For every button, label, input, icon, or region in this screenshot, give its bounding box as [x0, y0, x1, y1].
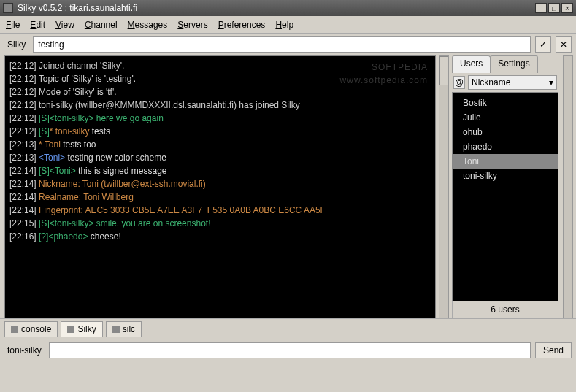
nick-item[interactable]: Bostik — [453, 96, 558, 110]
console-icon — [11, 326, 18, 333]
watermark: SOFTPEDIA www.softpedia.com — [340, 61, 428, 87]
chat-line: [22:13] * Toni tests too — [9, 138, 431, 151]
sort-dropdown[interactable]: Nickname ▾ — [468, 75, 557, 90]
channel-tab-silc[interactable]: silc — [106, 321, 142, 337]
input-nick-label: toni-silky — [4, 345, 45, 356]
topic-row: Silky ✓ ✕ — [0, 34, 576, 55]
nick-item[interactable]: phaedo — [453, 139, 558, 154]
chat-line: [22:14] [S]<Toni> this is signed message — [9, 164, 431, 177]
topic-cancel-button[interactable]: ✕ — [556, 36, 572, 53]
sort-mode-button[interactable]: @ — [453, 76, 465, 89]
scrollbar-thumb[interactable] — [439, 56, 448, 85]
chat-scrollbar[interactable] — [439, 55, 449, 318]
topic-label: Silky — [4, 39, 28, 50]
menubar: File Edit View Channel Messages Servers … — [0, 16, 576, 34]
user-count: 6 users — [452, 301, 558, 318]
nick-item[interactable]: ohub — [453, 125, 558, 139]
menu-help[interactable]: Help — [275, 20, 293, 30]
channel-tab-console[interactable]: console — [4, 321, 58, 337]
channel-tab-bar: console Silky silc — [0, 318, 576, 339]
close-icon: ✕ — [560, 39, 567, 50]
chat-line: [22:15] [S]<toni-silky> smile, you are o… — [9, 217, 431, 230]
chat-line: [22:14] Fingerprint: AEC5 3033 CB5E A7EE… — [9, 204, 431, 217]
chat-line: [22:12] toni-silky (twillber@KMMMDXXXII.… — [9, 99, 431, 112]
channel-icon — [112, 326, 120, 333]
menu-messages[interactable]: Messages — [128, 20, 168, 30]
window-title: Silky v0.5.2 : tikari.saunalahti.fi — [18, 3, 535, 13]
channel-tab-silky[interactable]: Silky — [61, 321, 102, 337]
app-icon — [3, 3, 13, 13]
status-bar — [0, 361, 576, 375]
tab-users[interactable]: Users — [452, 55, 491, 73]
chat-line: [22:16] [?]<phaedo> cheese! — [9, 230, 431, 243]
check-icon: ✓ — [539, 39, 547, 50]
input-row: toni-silky Send — [0, 339, 576, 361]
nick-list: BostikJulieohubphaedoTonitoni-silky — [452, 92, 558, 301]
menu-edit[interactable]: Edit — [30, 20, 45, 30]
chat-line: [22:13] <Toni> testing new color scheme — [9, 151, 431, 164]
topic-accept-button[interactable]: ✓ — [535, 36, 551, 53]
side-scrollbar[interactable] — [563, 55, 573, 318]
tab-settings[interactable]: Settings — [490, 55, 537, 73]
topic-input[interactable] — [33, 36, 531, 53]
maximize-button[interactable]: □ — [548, 3, 560, 13]
message-input[interactable] — [49, 342, 531, 358]
chat-line: [22:14] Nickname: Toni (twillber@ext-ssh… — [9, 177, 431, 191]
menu-channel[interactable]: Channel — [85, 20, 118, 30]
chat-line: [22:12] Mode of 'Silky' is 'tf'. — [9, 85, 431, 99]
send-button[interactable]: Send — [535, 342, 572, 358]
nick-item[interactable]: toni-silky — [453, 169, 558, 183]
menu-preferences[interactable]: Preferences — [218, 20, 266, 30]
menu-view[interactable]: View — [55, 20, 74, 30]
window-titlebar: Silky v0.5.2 : tikari.saunalahti.fi – □ … — [0, 0, 576, 16]
nick-item[interactable]: Julie — [453, 110, 558, 125]
chat-log: SOFTPEDIA www.softpedia.com [22:12] Join… — [4, 55, 436, 318]
menu-file[interactable]: File — [6, 20, 20, 30]
minimize-button[interactable]: – — [535, 3, 547, 13]
chat-line: [22:14] Realname: Toni Willberg — [9, 191, 431, 204]
channel-icon — [67, 326, 74, 333]
chevron-down-icon: ▾ — [549, 77, 553, 88]
menu-servers[interactable]: Servers — [177, 20, 207, 30]
chat-line: [22:12] [S]* toni-silky tests — [9, 125, 431, 138]
nick-item[interactable]: Toni — [453, 154, 558, 169]
chat-line: [22:12] [S]<toni-silky> here we go again — [9, 112, 431, 125]
close-button[interactable]: × — [561, 3, 573, 13]
sort-label: Nickname — [472, 77, 510, 88]
